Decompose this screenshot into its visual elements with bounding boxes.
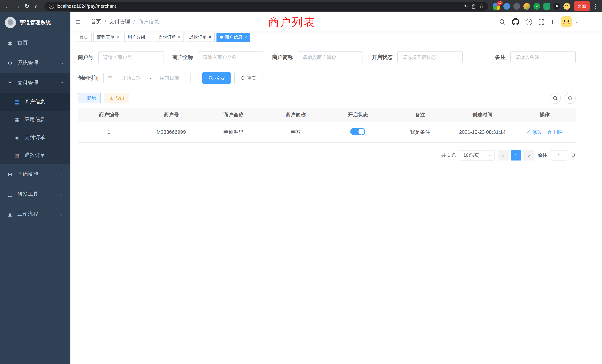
chevron-down-icon <box>456 55 459 58</box>
sidebar-item-pay-order[interactable]: ◎ 支付订单 <box>0 129 70 146</box>
column-header: 备注 <box>389 112 451 118</box>
tab-process-form[interactable]: 流程表单 × <box>93 32 122 42</box>
main-area: ≡ 首页 / 支付管理 / 商户信息 商户列表 ? <box>70 12 602 364</box>
close-icon[interactable]: × <box>244 35 247 39</box>
filter-label: 商户全称 <box>172 54 193 61</box>
end-date-placeholder[interactable]: 结束日期 <box>152 75 186 81</box>
browser-forward-button[interactable]: → <box>13 1 22 11</box>
short-name-input[interactable] <box>298 51 363 63</box>
tab-home[interactable]: 首页 <box>76 32 92 42</box>
screen: ← → ↻ ⌂ i localhost:1024/pay/merchant ☆ … <box>0 0 602 364</box>
gear-icon: ⚙ <box>7 60 13 66</box>
status-select[interactable]: 请选择开启状态 <box>397 51 463 63</box>
sidebar-item-label: 工作流程 <box>17 211 38 218</box>
page-1-button[interactable]: 1 <box>511 150 521 161</box>
status-toggle[interactable] <box>351 128 365 135</box>
breadcrumb-pay[interactable]: 支付管理 <box>109 19 130 25</box>
reset-button[interactable]: 重置 <box>234 72 262 84</box>
site-info-icon[interactable]: i <box>49 3 54 9</box>
tab-pay-order[interactable]: 支付订单 × <box>155 32 184 42</box>
password-key-icon[interactable] <box>463 3 469 9</box>
export-button-label: 导出 <box>116 95 125 101</box>
extension-doc-icon[interactable] <box>543 3 550 10</box>
tab-refund-order[interactable]: 退款订单 × <box>186 32 215 42</box>
remark-input[interactable] <box>510 51 576 63</box>
edit-link[interactable]: 修改 <box>526 129 542 136</box>
toggle-search-button[interactable] <box>550 93 561 104</box>
close-icon[interactable]: × <box>147 35 150 39</box>
cell-merchant-no: M233666999 <box>140 129 202 135</box>
extension-drop-icon[interactable] <box>503 3 510 10</box>
extension-avatar-icon[interactable] <box>523 3 530 10</box>
help-icon[interactable]: ? <box>526 19 532 25</box>
browser-menu-icon[interactable]: ⋮ <box>592 3 599 10</box>
app-logo[interactable]: 芋道管理系统 <box>0 12 70 33</box>
export-button[interactable]: 导出 <box>105 93 129 103</box>
extension-dark-icon[interactable] <box>513 3 520 10</box>
extensions-grid-icon[interactable]: 10 <box>493 3 500 10</box>
search-icon[interactable] <box>499 19 506 25</box>
filter-status: 开启状态 请选择开启状态 <box>372 51 463 63</box>
avatar[interactable] <box>561 16 572 27</box>
search-button[interactable]: 搜索 <box>202 72 231 84</box>
extension-pinwheel-icon[interactable] <box>553 3 560 10</box>
column-header: 商户简称 <box>265 112 327 118</box>
breadcrumb-home[interactable]: 首页 <box>91 19 101 25</box>
goto-label: 前往 <box>538 152 547 159</box>
extension-check-icon[interactable]: ✓ <box>533 3 540 10</box>
merchant-no-input[interactable] <box>98 51 163 63</box>
close-icon[interactable]: × <box>178 35 181 39</box>
sidebar-item-refund-order[interactable]: ▧ 退款订单 <box>0 146 70 164</box>
browser-back-button[interactable]: ← <box>3 1 13 11</box>
column-header: 商户全称 <box>202 112 265 118</box>
reset-button-label: 重置 <box>247 75 257 81</box>
close-icon[interactable]: × <box>209 35 211 39</box>
sidebar-item-pay[interactable]: ¥ 支付管理 <box>0 73 70 93</box>
chevron-down-icon[interactable] <box>576 20 579 23</box>
browser-extensions: 10 ✓ <box>493 3 570 10</box>
sidebar-item-label: 系统管理 <box>17 60 38 66</box>
tab-user-group[interactable]: 用户分组 × <box>124 32 153 42</box>
add-button[interactable]: + 新增 <box>78 93 101 103</box>
filter-full-name: 商户全称 <box>172 51 263 63</box>
monitor-icon: ⊞ <box>7 171 13 177</box>
browser-toolbar: ← → ↻ ⌂ i localhost:1024/pay/merchant ☆ … <box>0 0 602 12</box>
fullscreen-icon[interactable] <box>538 19 545 25</box>
close-icon[interactable]: × <box>116 35 119 39</box>
create-time-range-picker[interactable]: 开始日期 - 结束日期 <box>103 72 191 84</box>
delete-link[interactable]: 删除 <box>547 129 563 136</box>
page-size-select[interactable]: 10条/页 <box>460 150 494 161</box>
navbar-actions: ? T <box>499 16 578 27</box>
chrome-update-button[interactable]: 更新 <box>574 1 590 11</box>
start-date-placeholder[interactable]: 开始日期 <box>114 75 148 81</box>
hamburger-icon[interactable]: ≡ <box>76 18 85 26</box>
cell-status <box>327 128 389 136</box>
cell-id: 1 <box>78 129 140 135</box>
tab-merchant-info[interactable]: 商户信息 × <box>216 32 250 42</box>
sidebar-item-label: 首页 <box>17 40 28 46</box>
extension-smiley-icon[interactable] <box>563 3 570 10</box>
refresh-button[interactable] <box>565 93 576 104</box>
sidebar-item-system[interactable]: ⚙ 系统管理 <box>0 53 70 73</box>
font-size-icon[interactable]: T <box>551 19 555 25</box>
sidebar-item-infra[interactable]: ⊞ 基础设施 <box>0 164 70 184</box>
browser-home-button[interactable]: ⌂ <box>32 1 42 11</box>
sidebar-item-workflow[interactable]: ▣ 工作流程 <box>0 204 70 224</box>
prev-page-button[interactable] <box>498 150 509 161</box>
next-page-button[interactable] <box>523 150 534 161</box>
bookmark-star-icon[interactable]: ☆ <box>479 3 484 9</box>
address-bar[interactable]: i localhost:1024/pay/merchant ☆ <box>44 2 488 11</box>
share-icon[interactable] <box>471 3 476 9</box>
dashboard-icon: ◉ <box>7 40 13 46</box>
sidebar-item-merchant[interactable]: ▤ 商户信息 <box>0 93 70 111</box>
browser-reload-button[interactable]: ↻ <box>22 1 32 11</box>
sidebar-item-app[interactable]: ▦ 应用信息 <box>0 111 70 129</box>
tab-label: 退款订单 <box>189 34 207 40</box>
github-icon[interactable] <box>512 18 519 26</box>
goto-page-input[interactable] <box>551 150 567 161</box>
full-name-input[interactable] <box>198 51 263 63</box>
cell-remark: 我是备注 <box>389 129 451 136</box>
sidebar-item-devtools[interactable]: ▢ 研发工具 <box>0 184 70 204</box>
chevron-right-icon <box>527 154 530 157</box>
sidebar-item-home[interactable]: ◉ 首页 <box>0 33 70 53</box>
